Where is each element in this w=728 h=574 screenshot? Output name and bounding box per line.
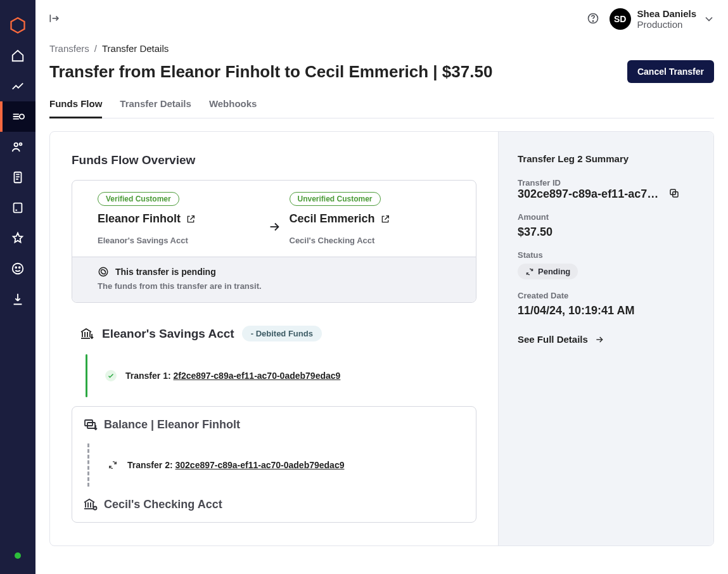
from-verification-chip: Verified Customer bbox=[98, 192, 179, 206]
nav-favorites[interactable] bbox=[0, 223, 35, 253]
account-in-icon bbox=[82, 497, 98, 512]
flow-section: Eleanor's Savings Acct - Debited Funds T… bbox=[72, 326, 476, 523]
from-account: Eleanor's Savings Acct bbox=[98, 236, 259, 245]
to-verification-chip: Unverified Customer bbox=[290, 192, 381, 206]
sidebar bbox=[0, 0, 35, 574]
status-value: Pending bbox=[538, 267, 570, 276]
nav-help[interactable] bbox=[0, 253, 35, 284]
nav-downloads[interactable] bbox=[0, 284, 35, 314]
check-icon bbox=[105, 370, 117, 381]
balance-title-text: Balance | Eleanor Finholt bbox=[104, 418, 240, 431]
pending-subtitle: The funds from this transfer are in tran… bbox=[98, 281, 450, 291]
transfer-id-value: 302ce897-c89a-ef11-ac70-0ad… bbox=[518, 188, 663, 201]
pending-icon bbox=[98, 266, 109, 277]
status-indicator bbox=[15, 552, 21, 559]
user-environment: Production bbox=[637, 19, 696, 30]
exit-collapse-icon[interactable] bbox=[48, 12, 61, 27]
svg-rect-4 bbox=[14, 203, 22, 213]
crumb-parent[interactable]: Transfers bbox=[49, 43, 89, 54]
transfer-id-label: Transfer ID bbox=[518, 178, 694, 188]
user-menu[interactable]: SD Shea Daniels Production bbox=[610, 8, 715, 30]
to-account: Cecil's Checking Acct bbox=[290, 236, 451, 245]
svg-point-5 bbox=[13, 264, 23, 274]
svg-point-7 bbox=[19, 267, 20, 268]
tab-transfer-details[interactable]: Transfer Details bbox=[120, 93, 191, 118]
to-customer-name: Cecil Emmerich bbox=[290, 212, 375, 226]
overview-heading: Funds Flow Overview bbox=[72, 153, 476, 167]
crumb-current: Transfer Details bbox=[102, 43, 169, 54]
help-icon[interactable] bbox=[587, 12, 599, 27]
see-full-details-link[interactable]: See Full Details bbox=[518, 334, 694, 345]
amount-value: $37.50 bbox=[518, 226, 694, 239]
pending-title: This transfer is pending bbox=[115, 267, 216, 277]
tabs: Funds Flow Transfer Details Webhooks bbox=[49, 93, 714, 118]
avatar: SD bbox=[610, 8, 631, 30]
nav-analytics[interactable] bbox=[0, 71, 35, 101]
see-full-label: See Full Details bbox=[518, 334, 588, 345]
svg-point-1 bbox=[15, 143, 18, 147]
nav-statements[interactable] bbox=[0, 193, 35, 223]
leg-1-bar bbox=[86, 354, 87, 397]
created-label: Created Date bbox=[518, 291, 694, 300]
transfer-leg-1: Transfer 1: 2f2ce897-c89a-ef11-ac70-0ade… bbox=[86, 354, 476, 397]
copy-icon[interactable] bbox=[668, 188, 680, 201]
leg-1-id-link[interactable]: 2f2ce897-c89a-ef11-ac70-0adeb79edac9 bbox=[173, 371, 340, 381]
party-card: Verified Customer Eleanor Finholt Eleano… bbox=[72, 180, 476, 303]
sync-icon bbox=[107, 459, 118, 471]
to-customer-link[interactable]: Cecil Emmerich bbox=[290, 212, 451, 226]
cancel-transfer-button[interactable]: Cancel Transfer bbox=[627, 60, 714, 83]
leg-2-id-link[interactable]: 302ce897-c89a-ef11-ac70-0adeb79edac9 bbox=[175, 460, 344, 470]
leg-2-label: Transfer 2: bbox=[127, 460, 175, 470]
chevron-down-icon bbox=[703, 13, 715, 25]
svg-point-9 bbox=[592, 20, 593, 21]
nav-reports[interactable] bbox=[0, 162, 35, 193]
open-in-new-icon bbox=[380, 214, 390, 224]
page-header: Transfers / Transfer Details Transfer fr… bbox=[35, 38, 728, 118]
balance-box: Balance | Eleanor Finholt Transfer 2: 30… bbox=[72, 406, 476, 523]
arrow-right-icon bbox=[594, 335, 604, 345]
debited-pill: - Debited Funds bbox=[242, 326, 322, 341]
from-customer-name: Eleanor Finholt bbox=[98, 212, 181, 226]
status-label: Status bbox=[518, 250, 694, 260]
svg-point-2 bbox=[20, 143, 22, 146]
nav-customers[interactable] bbox=[0, 132, 35, 162]
summary-heading: Transfer Leg 2 Summary bbox=[518, 153, 694, 164]
leg-1-label: Transfer 1: bbox=[125, 371, 173, 381]
balance-icon bbox=[82, 417, 98, 432]
source-account-title: Eleanor's Savings Acct bbox=[102, 327, 234, 341]
nav-transfers[interactable] bbox=[0, 101, 35, 132]
created-value: 11/04/24, 10:19:41 AM bbox=[518, 304, 694, 317]
svg-point-13 bbox=[94, 507, 97, 510]
open-in-new-icon bbox=[186, 214, 196, 224]
transfer-leg-2: Transfer 2: 302ce897-c89a-ef11-ac70-0ade… bbox=[87, 443, 466, 487]
svg-point-6 bbox=[15, 267, 16, 268]
status-chip: Pending bbox=[518, 264, 578, 279]
arrow-right-icon bbox=[264, 203, 284, 234]
amount-label: Amount bbox=[518, 212, 694, 222]
topbar: SD Shea Daniels Production bbox=[35, 0, 728, 38]
svg-point-10 bbox=[99, 267, 108, 276]
page-title: Transfer from Eleanor Finholt to Cecil E… bbox=[49, 62, 492, 82]
breadcrumb: Transfers / Transfer Details bbox=[49, 43, 714, 54]
account-out-icon bbox=[79, 326, 94, 341]
dest-account-title: Cecil's Checking Acct bbox=[104, 498, 222, 511]
user-name: Shea Daniels bbox=[637, 8, 696, 19]
nav-home[interactable] bbox=[0, 41, 35, 71]
status-icon bbox=[525, 267, 534, 276]
summary-panel: Transfer Leg 2 Summary Transfer ID 302ce… bbox=[498, 132, 713, 545]
from-customer-link[interactable]: Eleanor Finholt bbox=[98, 212, 259, 226]
app-logo[interactable] bbox=[0, 10, 35, 41]
svg-point-0 bbox=[20, 114, 24, 118]
crumb-sep: / bbox=[94, 43, 97, 54]
tab-funds-flow[interactable]: Funds Flow bbox=[49, 93, 102, 118]
leg-2-bar bbox=[87, 443, 89, 487]
tab-webhooks[interactable]: Webhooks bbox=[209, 93, 257, 118]
pending-banner: This transfer is pending The funds from … bbox=[72, 257, 476, 302]
